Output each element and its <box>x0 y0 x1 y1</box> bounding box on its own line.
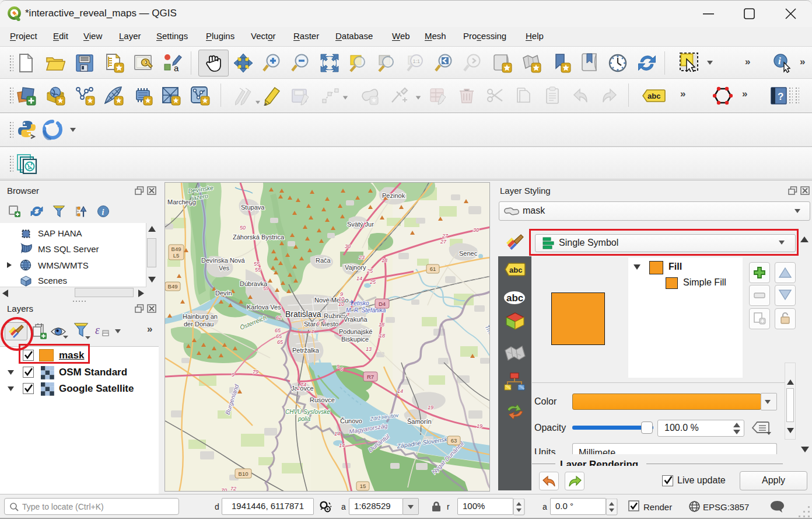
svg-text:Stupava: Stupava <box>241 204 265 211</box>
svg-text:a: a <box>174 63 179 73</box>
svg-text:27: 27 <box>442 233 449 239</box>
svg-text:6: 6 <box>340 366 343 372</box>
svg-text:18: 18 <box>379 333 385 339</box>
svg-text:Ves: Ves <box>219 264 230 271</box>
svg-text:61: 61 <box>430 266 436 272</box>
svg-text:1:1: 1:1 <box>413 58 421 64</box>
svg-text:Karlova Ves: Karlova Ves <box>247 304 281 311</box>
svg-text:abc: abc <box>506 292 523 304</box>
svg-text:10: 10 <box>338 301 344 307</box>
svg-text:18: 18 <box>382 257 387 263</box>
svg-text:ε: ε <box>95 323 100 336</box>
svg-text:B49: B49 <box>172 246 181 252</box>
svg-text:Vajnory: Vajnory <box>345 264 366 271</box>
svg-text:Vrakuňa: Vrakuňa <box>344 316 368 323</box>
svg-text:13: 13 <box>366 346 372 352</box>
svg-text:abc: abc <box>509 266 522 274</box>
svg-text:55: 55 <box>255 267 261 273</box>
svg-text:9: 9 <box>232 372 235 378</box>
svg-text:Čunovo: Čunovo <box>340 417 362 424</box>
svg-text:9: 9 <box>337 364 340 370</box>
svg-text:Petržalka: Petržalka <box>292 347 320 354</box>
svg-text:?: ? <box>778 91 783 102</box>
svg-text:19: 19 <box>428 405 433 410</box>
svg-text:70: 70 <box>221 487 227 492</box>
svg-text:6: 6 <box>317 321 320 326</box>
svg-text:62: 62 <box>276 315 282 321</box>
svg-text:59: 59 <box>263 285 269 291</box>
svg-text:27: 27 <box>440 239 447 245</box>
svg-text:B10: B10 <box>239 471 249 477</box>
svg-text:14: 14 <box>339 443 345 448</box>
svg-text:Záhorská Bystrica: Záhorská Bystrica <box>233 234 285 241</box>
svg-text:Hainburg an: Hainburg an <box>183 313 218 320</box>
svg-text:15: 15 <box>360 483 366 489</box>
svg-text:4: 4 <box>311 329 314 335</box>
svg-text:i: i <box>778 55 781 67</box>
svg-text:polia: polia <box>298 416 311 422</box>
svg-text:Svätý Jur: Svätý Jur <box>347 221 374 228</box>
svg-text:Podunajské: Podunajské <box>339 328 373 335</box>
svg-text:25: 25 <box>369 279 376 285</box>
svg-text:30: 30 <box>473 227 479 233</box>
svg-text:CHVÚ Sysľovské: CHVÚ Sysľovské <box>285 408 330 415</box>
svg-text:Šamorín: Šamorín <box>407 418 432 425</box>
svg-text:63: 63 <box>451 437 457 444</box>
svg-text:14: 14 <box>334 431 340 437</box>
svg-text:2: 2 <box>296 385 300 391</box>
svg-text:Biskupice: Biskupice <box>341 336 369 343</box>
svg-text:74: 74 <box>300 382 306 388</box>
svg-text:23: 23 <box>358 255 365 260</box>
svg-text:der Donau: der Donau <box>184 321 214 328</box>
svg-text:Staré Mesto: Staré Mesto <box>304 321 338 328</box>
svg-text:R7: R7 <box>367 374 374 380</box>
svg-text:abc: abc <box>648 92 660 100</box>
svg-text:L5: L5 <box>173 252 180 259</box>
svg-text:Devínska Nová: Devínska Nová <box>201 257 245 264</box>
svg-text:✈: ✈ <box>349 299 354 305</box>
svg-text:18: 18 <box>379 322 384 328</box>
svg-text:B49: B49 <box>168 283 178 290</box>
svg-text:25: 25 <box>366 268 373 274</box>
svg-text:Rača: Rača <box>316 257 331 264</box>
svg-text:Devín: Devín <box>215 290 232 297</box>
svg-text:14: 14 <box>397 388 403 394</box>
svg-text:30: 30 <box>345 243 351 249</box>
svg-text:72: 72 <box>230 486 236 492</box>
svg-text:Rusovce: Rusovce <box>310 396 335 403</box>
svg-text:Pezinok: Pezinok <box>382 192 405 199</box>
svg-text:65: 65 <box>275 328 281 333</box>
svg-text:6: 6 <box>323 319 326 325</box>
svg-text:55: 55 <box>254 261 260 267</box>
svg-text:i: i <box>102 208 104 217</box>
svg-text:79: 79 <box>253 369 258 375</box>
svg-text:65: 65 <box>276 333 282 339</box>
svg-text:D4: D4 <box>379 301 386 307</box>
svg-text:50: 50 <box>240 225 246 231</box>
svg-text:19: 19 <box>477 423 482 429</box>
svg-text:14: 14 <box>356 276 362 281</box>
svg-text:Senec: Senec <box>459 250 478 257</box>
svg-text:Bratislava: Bratislava <box>285 309 321 319</box>
svg-text:65: 65 <box>277 339 284 345</box>
